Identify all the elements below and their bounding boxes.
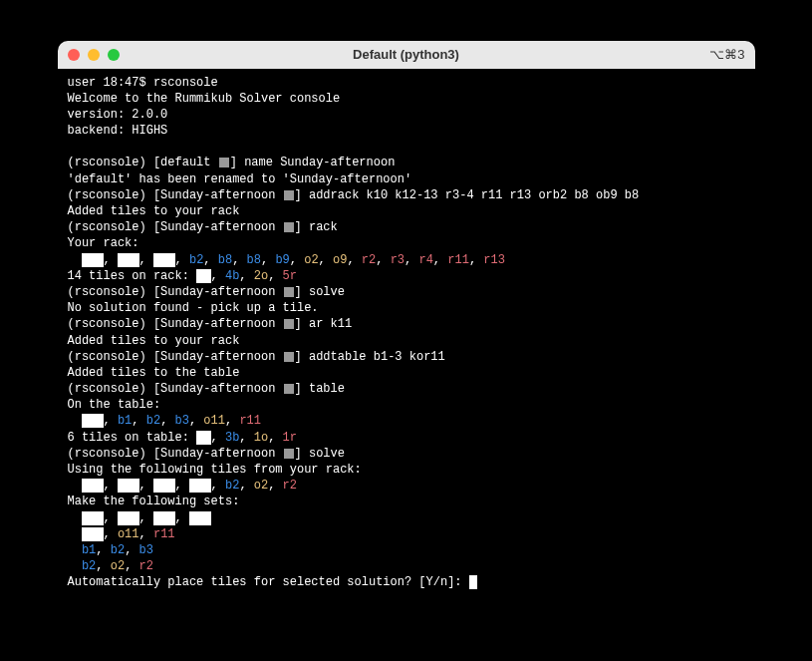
window-title: Default (python3) [58,47,755,62]
terminal-text: ] name Sunday-afternoon [230,156,396,169]
terminal-body[interactable]: user 18:47$ rsconsoleWelcome to the Rumm… [58,69,755,621]
terminal-line: 6 tiles on table: 1k, 3b, 1o, 1r [68,430,745,446]
terminal-text: r4 [418,253,432,267]
terminal-text: k10 [82,253,104,267]
terminal-text: , [139,527,153,541]
terminal-line: Using the following tiles from your rack… [68,462,745,478]
terminal-text: , [132,414,145,428]
terminal-line: version: 2.0.0 [68,107,745,123]
terminal-text: Added tiles to the table [68,366,240,380]
terminal-text: r2 [283,479,297,493]
zoom-icon[interactable] [108,49,120,61]
terminal-text: 'default' has been renamed to 'Sunday-af… [68,172,412,186]
terminal-line: Your rack: [68,235,745,251]
terminal-text: backend: HIGHS [68,124,168,138]
terminal-line: Added tiles to your rack [68,333,745,349]
terminal-text: , [232,253,246,267]
terminal-text: k11 [82,527,104,541]
terminal-text: o2 [304,253,318,267]
terminal-text: , [104,253,118,267]
terminal-text: 5r [283,269,297,283]
terminal-text [68,543,82,557]
terminal-text: r11 [447,253,469,267]
delete-icon [284,287,294,297]
terminal-text: 1r [283,431,297,445]
terminal-text: , [347,253,361,267]
terminal-text: k10 [82,511,104,525]
terminal-text: k13 [189,479,211,493]
terminal-text: ] addrack k10 k12-13 r3-4 r11 r13 orb2 b… [295,188,640,202]
terminal-text: , [268,431,282,445]
titlebar: Default (python3) ⌥⌘3 [58,41,755,69]
terminal-text: , [376,253,390,267]
terminal-text: b3 [139,543,153,557]
terminal-line: Automatically place tiles for selected s… [68,574,745,590]
terminal-line: b1, b2, b3 [68,542,745,558]
terminal-text: , [175,479,189,493]
terminal-text: 1k [196,431,210,445]
terminal-line: user 18:47$ rsconsole [68,75,745,91]
terminal-text: , [239,479,253,493]
terminal-text: k12 [153,511,175,525]
terminal-text: , [405,253,418,267]
terminal-text: b2 [189,253,203,267]
terminal-text: , [261,253,275,267]
terminal-text: , [469,253,483,267]
terminal-text: , [189,414,203,428]
terminal-line: 14 tiles on rack: 3k, 4b, 2o, 5r [68,268,745,284]
terminal-text: b8 [247,253,261,267]
terminal-text: o9 [333,253,347,267]
close-icon[interactable] [68,49,80,61]
terminal-line: 'default' has been renamed to 'Sunday-af… [68,171,745,187]
terminal-text: (rsconsole) [Sunday-afternoon [68,382,283,396]
terminal-line: (rsconsole) [Sunday-afternoon ] ar k11 [68,316,745,332]
terminal-text: , [175,511,189,525]
terminal-text: , [268,479,282,493]
terminal-text: ] table [295,382,345,396]
terminal-text: ] rack [295,220,338,234]
delete-icon [284,384,294,394]
terminal-text: b3 [175,414,189,428]
terminal-text: version: 2.0.0 [68,108,168,122]
terminal-text: , [290,253,304,267]
terminal-line: Welcome to the Rummikub Solver console [68,91,745,107]
terminal-text: 3b [225,431,239,445]
terminal-line: k10, k12, k13, b2, b8, b8, b9, o2, o9, r… [68,252,745,268]
terminal-text: , [139,511,153,525]
terminal-text: r2 [139,559,153,573]
terminal-text: , [125,559,138,573]
terminal-text: 3k [196,269,210,283]
window-shortcut: ⌥⌘3 [709,47,744,62]
terminal-text: , [211,269,225,283]
terminal-text: , [211,479,225,493]
terminal-line: On the table: [68,397,745,413]
terminal-line: (rsconsole) [default ] name Sunday-after… [68,155,745,170]
terminal-line [68,139,745,155]
terminal-text [68,479,82,493]
terminal-text: Added tiles to your rack [68,334,240,348]
terminal-text: b8 [218,253,232,267]
terminal-text: (rsconsole) [Sunday-afternoon [68,350,283,364]
cursor-icon [469,575,477,589]
terminal-text: , [125,543,138,557]
terminal-text: , [104,511,118,525]
terminal-text [68,527,82,541]
delete-icon [284,222,294,232]
terminal-text: Welcome to the Rummikub Solver console [68,92,341,106]
terminal-text: k10 [82,479,104,493]
terminal-text: k13 [153,253,175,267]
delete-icon [219,158,229,167]
terminal-text: k11 [118,479,139,493]
terminal-text: ] solve [295,447,345,461]
terminal-text: user 18:47$ rsconsole [68,76,218,90]
terminal-line: k11, b1, b2, b3, o11, r11 [68,413,745,429]
terminal-window: Default (python3) ⌥⌘3 user 18:47$ rscons… [58,41,755,621]
terminal-text: b9 [275,253,289,267]
terminal-text: , [139,253,153,267]
minimize-icon[interactable] [88,49,100,61]
terminal-text: Added tiles to your rack [68,204,240,218]
terminal-text: 14 tiles on rack: [68,269,197,283]
terminal-line: b2, o2, r2 [68,558,745,574]
terminal-text: o2 [254,479,268,493]
terminal-line: Added tiles to the table [68,365,745,381]
